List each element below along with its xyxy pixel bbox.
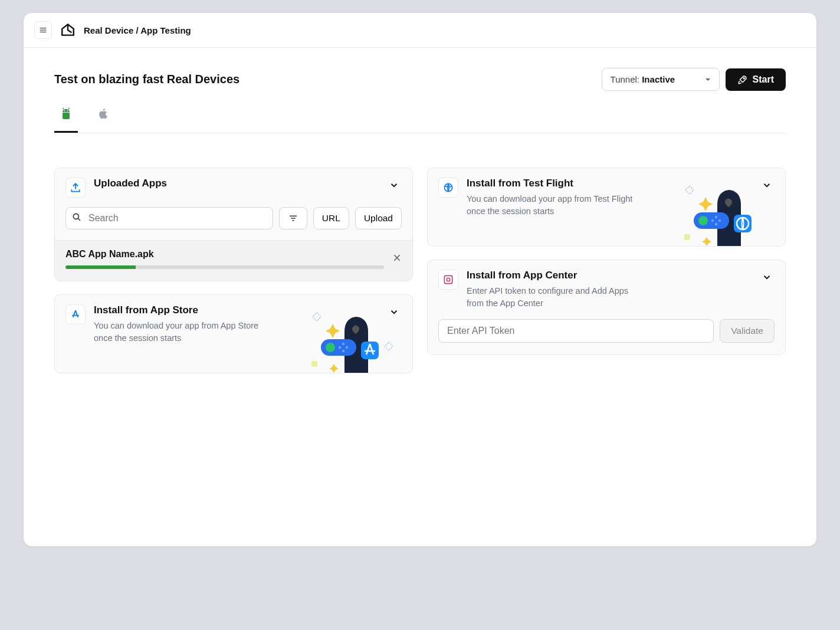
cancel-upload-button[interactable] [392,253,402,265]
header-row: Test on blazing fast Real Devices Tunnel… [54,68,786,91]
content: Test on blazing fast Real Devices Tunnel… [24,48,816,546]
chevron-down-icon [762,272,772,283]
url-button[interactable]: URL [313,207,349,229]
search-wrap [65,207,273,229]
android-icon [59,107,73,122]
svg-line-6 [63,108,64,109]
uploaded-apps-card: Uploaded Apps [54,168,413,281]
rocket-icon [737,74,748,85]
app-window: Real Device / App Testing Test on blazin… [24,13,816,546]
search-row: URL Upload [55,207,412,240]
svg-point-3 [743,77,744,78]
svg-rect-36 [444,275,452,283]
api-row: Validate [428,319,785,355]
app-store-card: Install from App Store You can download … [54,294,413,373]
app-store-icon-box [65,304,86,324]
menu-icon [38,25,48,35]
cards-grid: Uploaded Apps [54,168,786,373]
page-title: Test on blazing fast Real Devices [54,73,239,86]
tunnel-text: Tunnel: Inactive [611,74,675,84]
app-center-toggle[interactable] [759,270,775,287]
chevron-down-icon [389,307,399,317]
test-flight-header: Install from Test Flight You can downloa… [428,168,785,246]
caret-down-icon [705,77,711,83]
tab-android[interactable] [54,104,78,133]
app-center-icon-box [438,270,458,290]
uploaded-toggle[interactable] [386,178,402,195]
breadcrumb: Real Device / App Testing [84,25,191,35]
search-input[interactable] [65,207,273,229]
progress-bar [65,265,384,269]
chevron-down-icon [389,180,399,191]
test-flight-card: Install from Test Flight You can downloa… [427,168,786,247]
uploading-file-name: ABC App Name.apk [65,249,384,260]
validate-button[interactable]: Validate [720,319,775,343]
uploaded-title: Uploaded Apps [94,178,378,189]
right-column: Install from Test Flight You can downloa… [427,168,786,355]
upload-icon-box [65,178,86,198]
app-store-icon [70,309,81,320]
menu-button[interactable] [34,21,52,39]
close-icon [392,253,402,262]
test-flight-icon-box [438,178,458,198]
tab-ios[interactable] [92,104,114,133]
app-center-header: Install from App Center Enter API token … [428,260,785,319]
filter-icon [288,213,298,224]
progress-fill [65,265,136,269]
svg-point-5 [67,110,68,111]
app-store-header: Install from App Store You can download … [55,295,412,373]
test-flight-icon [442,182,454,193]
tunnel-dropdown[interactable]: Tunnel: Inactive [602,68,720,91]
test-flight-desc: You can download your app from Test Flig… [467,193,644,218]
svg-line-7 [68,108,70,109]
test-flight-title: Install from Test Flight [467,178,751,189]
upload-left: ABC App Name.apk [65,249,384,269]
app-center-card: Install from App Center Enter API token … [427,260,786,355]
app-center-icon [442,274,454,286]
api-token-input[interactable] [438,319,714,343]
left-column: Uploaded Apps [54,168,413,373]
apple-icon [97,107,110,120]
os-tabs [54,104,786,133]
svg-point-4 [64,110,65,111]
filter-button[interactable] [279,207,307,229]
upload-icon [70,182,81,193]
svg-rect-37 [447,278,450,281]
start-button[interactable]: Start [726,68,786,91]
topbar: Real Device / App Testing [24,13,816,48]
upload-button[interactable]: Upload [355,207,402,229]
app-store-title: Install from App Store [94,304,378,316]
chevron-down-icon [762,180,772,191]
tunnel-label: Tunnel: [611,74,639,84]
logo-icon [60,22,76,38]
start-label: Start [753,74,774,85]
search-icon [71,212,82,225]
app-store-toggle[interactable] [386,304,402,322]
app-store-desc: You can download your app from App Store… [94,320,271,344]
svg-line-9 [78,218,80,221]
upload-progress-row: ABC App Name.apk [55,240,412,281]
svg-point-8 [73,214,78,219]
tunnel-status: Inactive [642,74,675,84]
uploaded-header: Uploaded Apps [55,168,412,207]
app-center-desc: Enter API token to configure and Add App… [467,285,644,310]
test-flight-toggle[interactable] [759,178,775,195]
header-actions: Tunnel: Inactive Start [602,68,786,91]
app-center-title: Install from App Center [467,270,751,281]
